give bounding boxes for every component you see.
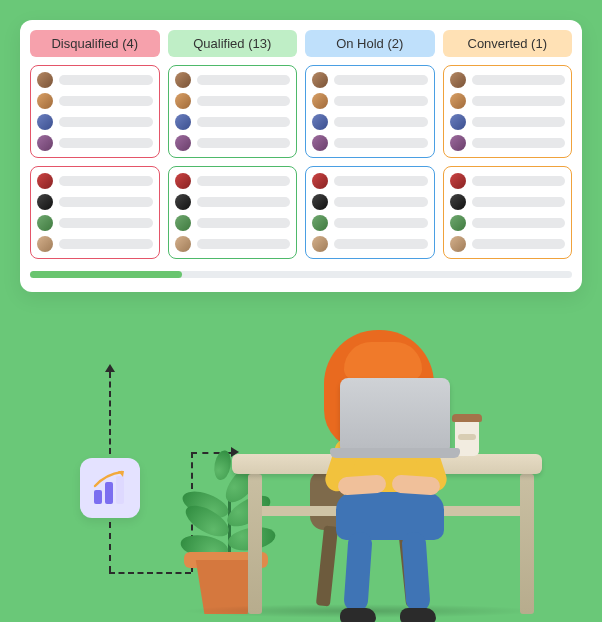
entry-placeholder-line [472,96,566,106]
connector-line [109,572,191,574]
avatar [37,72,53,88]
entry-placeholder-line [197,75,291,85]
avatar [175,72,191,88]
card-entry[interactable] [37,215,153,231]
connector-line [191,452,231,454]
desk-illustration [232,454,542,474]
column-row [30,65,572,259]
avatar [175,135,191,151]
card-entry[interactable] [37,114,153,130]
avatar [450,194,466,210]
entry-placeholder-line [59,197,153,207]
card-entry[interactable] [175,236,291,252]
entry-placeholder-line [334,239,428,249]
person-illustration [300,320,500,620]
kanban-card[interactable] [305,65,435,158]
entry-placeholder-line [59,96,153,106]
horizontal-scrollbar[interactable] [30,271,572,278]
avatar [312,173,328,189]
column-tab[interactable]: Qualified (13) [168,30,298,57]
card-entry[interactable] [450,114,566,130]
kanban-card[interactable] [168,166,298,259]
card-entry[interactable] [450,93,566,109]
card-entry[interactable] [312,72,428,88]
kanban-column [30,65,160,259]
card-entry[interactable] [175,72,291,88]
kanban-board: Disqualified (4)Qualified (13)On Hold (2… [20,20,582,292]
avatar [37,173,53,189]
card-entry[interactable] [450,173,566,189]
card-entry[interactable] [175,114,291,130]
avatar [312,135,328,151]
entry-placeholder-line [197,239,291,249]
card-entry[interactable] [37,135,153,151]
card-entry[interactable] [312,236,428,252]
kanban-card[interactable] [443,166,573,259]
card-entry[interactable] [37,72,153,88]
scrollbar-thumb[interactable] [30,271,182,278]
entry-placeholder-line [472,197,566,207]
entry-placeholder-line [197,218,291,228]
card-entry[interactable] [175,93,291,109]
kanban-card[interactable] [443,65,573,158]
entry-placeholder-line [472,176,566,186]
entry-placeholder-line [334,218,428,228]
entry-placeholder-line [197,138,291,148]
column-tab[interactable]: On Hold (2) [305,30,435,57]
entry-placeholder-line [472,239,566,249]
avatar [450,135,466,151]
card-entry[interactable] [450,194,566,210]
avatar [37,135,53,151]
avatar [450,173,466,189]
kanban-card[interactable] [30,65,160,158]
desk-illustration [520,474,534,614]
avatar [312,114,328,130]
kanban-card[interactable] [168,65,298,158]
avatar [37,93,53,109]
entry-placeholder-line [472,218,566,228]
card-entry[interactable] [450,215,566,231]
entry-placeholder-line [472,138,566,148]
entry-placeholder-line [59,117,153,127]
plant-pot [190,560,262,614]
avatar [175,93,191,109]
card-entry[interactable] [312,215,428,231]
avatar [450,236,466,252]
column-tab[interactable]: Disqualified (4) [30,30,160,57]
entry-placeholder-line [472,117,566,127]
card-entry[interactable] [37,173,153,189]
card-entry[interactable] [312,135,428,151]
card-entry[interactable] [312,93,428,109]
svg-rect-1 [105,482,113,504]
card-entry[interactable] [312,173,428,189]
entry-placeholder-line [334,197,428,207]
avatar [450,93,466,109]
svg-rect-0 [94,490,102,504]
card-entry[interactable] [175,135,291,151]
entry-placeholder-line [197,197,291,207]
entry-placeholder-line [334,117,428,127]
card-entry[interactable] [175,173,291,189]
kanban-card[interactable] [30,166,160,259]
card-entry[interactable] [450,72,566,88]
column-tab[interactable]: Converted (1) [443,30,573,57]
avatar [312,93,328,109]
card-entry[interactable] [450,236,566,252]
card-entry[interactable] [175,194,291,210]
kanban-column [443,65,573,259]
kanban-card[interactable] [305,166,435,259]
card-entry[interactable] [312,194,428,210]
card-entry[interactable] [450,135,566,151]
card-entry[interactable] [37,194,153,210]
plant-illustration [160,430,300,570]
card-entry[interactable] [37,236,153,252]
analytics-tile[interactable] [80,458,140,518]
avatar [37,236,53,252]
entry-placeholder-line [334,176,428,186]
desk-illustration [258,506,526,516]
bar-chart-icon [90,468,130,508]
card-entry[interactable] [175,215,291,231]
card-entry[interactable] [37,93,153,109]
card-entry[interactable] [312,114,428,130]
laptop-illustration [330,448,460,458]
